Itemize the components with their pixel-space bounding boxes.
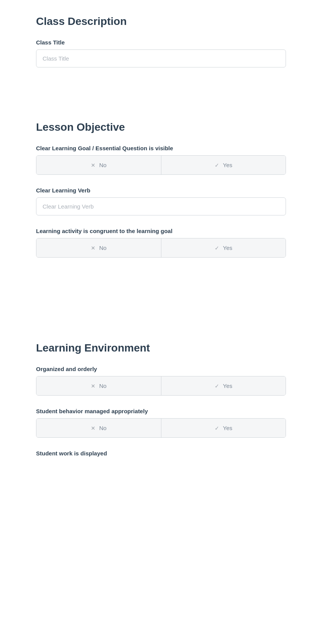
- clear-learning-verb-field: Clear Learning Verb: [36, 187, 286, 215]
- class-title-field: Class Title: [36, 39, 286, 67]
- class-description-section: Class Description Class Title: [36, 15, 286, 67]
- class-title-input[interactable]: [36, 49, 286, 67]
- no-label: No: [99, 245, 107, 251]
- learning-activity-toggle: ✕ No ✓ Yes: [36, 238, 286, 258]
- check-icon: ✓: [215, 383, 219, 389]
- clear-learning-goal-no[interactable]: ✕ No: [36, 156, 161, 174]
- learning-activity-yes[interactable]: ✓ Yes: [161, 238, 286, 257]
- clear-learning-goal-yes[interactable]: ✓ Yes: [161, 156, 286, 174]
- check-icon: ✓: [215, 162, 219, 168]
- x-icon: ✕: [91, 245, 95, 251]
- learning-activity-label: Learning activity is congruent to the le…: [36, 228, 286, 234]
- yes-label: Yes: [223, 425, 232, 431]
- spacer-3: [36, 311, 286, 342]
- x-icon: ✕: [91, 425, 95, 431]
- student-behavior-yes[interactable]: ✓ Yes: [161, 419, 286, 437]
- clear-learning-goal-label: Clear Learning Goal / Essential Question…: [36, 145, 286, 151]
- learning-environment-title: Learning Environment: [36, 342, 286, 354]
- x-icon: ✕: [91, 162, 95, 168]
- organized-orderly-field: Organized and orderly ✕ No ✓ Yes: [36, 366, 286, 396]
- organized-orderly-toggle: ✕ No ✓ Yes: [36, 376, 286, 396]
- spacer-2: [36, 281, 286, 311]
- clear-learning-verb-label: Clear Learning Verb: [36, 187, 286, 194]
- student-behavior-toggle: ✕ No ✓ Yes: [36, 418, 286, 438]
- clear-learning-verb-input[interactable]: [36, 197, 286, 215]
- yes-label: Yes: [223, 245, 232, 251]
- no-label: No: [99, 425, 107, 431]
- lesson-objective-title: Lesson Objective: [36, 121, 286, 133]
- class-description-title: Class Description: [36, 15, 286, 28]
- class-title-label: Class Title: [36, 39, 286, 46]
- student-behavior-label: Student behavior managed appropriately: [36, 408, 286, 414]
- student-behavior-field: Student behavior managed appropriately ✕…: [36, 408, 286, 438]
- clear-learning-goal-field: Clear Learning Goal / Essential Question…: [36, 145, 286, 175]
- organized-orderly-yes[interactable]: ✓ Yes: [161, 376, 286, 395]
- page-container: Class Description Class Title Lesson Obj…: [0, 0, 322, 495]
- organized-orderly-label: Organized and orderly: [36, 366, 286, 372]
- learning-environment-section: Learning Environment Organized and order…: [36, 342, 286, 457]
- yes-label: Yes: [223, 383, 232, 389]
- learning-activity-no[interactable]: ✕ No: [36, 238, 161, 257]
- student-behavior-no[interactable]: ✕ No: [36, 419, 161, 437]
- check-icon: ✓: [215, 425, 219, 431]
- x-icon: ✕: [91, 383, 95, 389]
- clear-learning-goal-toggle: ✕ No ✓ Yes: [36, 155, 286, 175]
- spacer-1: [36, 90, 286, 121]
- yes-label: Yes: [223, 162, 232, 168]
- no-label: No: [99, 383, 107, 389]
- check-icon: ✓: [215, 245, 219, 251]
- lesson-objective-section: Lesson Objective Clear Learning Goal / E…: [36, 121, 286, 258]
- no-label: No: [99, 162, 107, 168]
- organized-orderly-no[interactable]: ✕ No: [36, 376, 161, 395]
- learning-activity-field: Learning activity is congruent to the le…: [36, 228, 286, 258]
- student-work-label: Student work is displayed: [36, 450, 286, 457]
- student-work-field: Student work is displayed: [36, 450, 286, 457]
